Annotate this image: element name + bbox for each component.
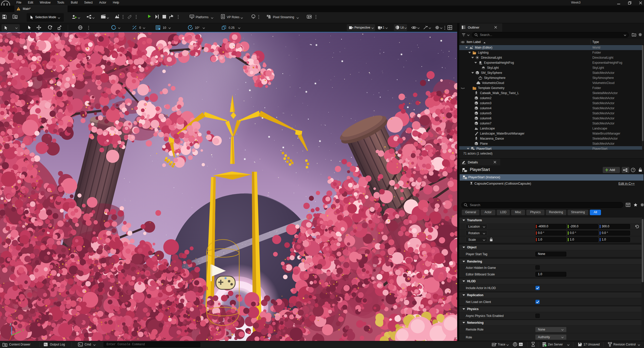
svg-text:?: ? xyxy=(632,168,634,171)
svg-text:Z: Z xyxy=(10,323,12,327)
svg-text:Y: Y xyxy=(22,328,25,332)
